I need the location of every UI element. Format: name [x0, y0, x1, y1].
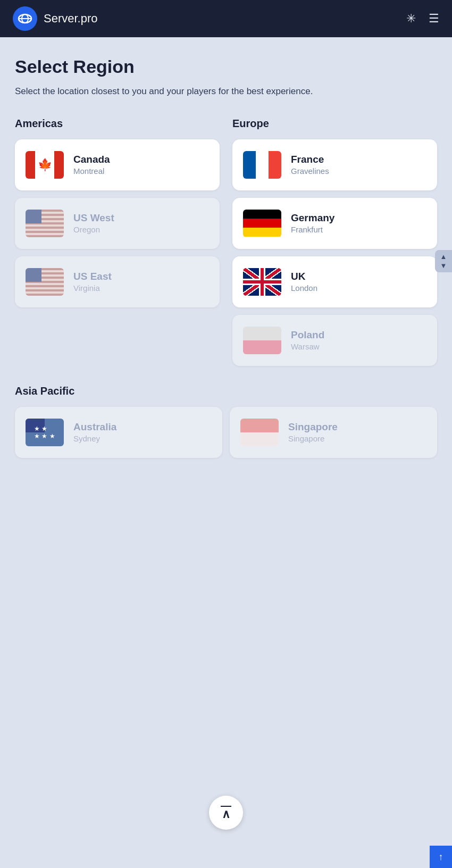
us-east-info: US East Virginia — [73, 271, 112, 293]
singapore-city: Singapore — [288, 434, 338, 443]
canada-city: Montreal — [73, 166, 110, 176]
region-card-poland[interactable]: Poland Warsaw — [232, 315, 437, 366]
germany-city: Frankfurt — [291, 225, 334, 234]
flag-singapore — [240, 419, 279, 446]
flag-france — [243, 151, 281, 179]
page-subtitle: Select the location closest to you and y… — [15, 85, 376, 98]
uk-info: UK London — [291, 271, 317, 293]
menu-icon[interactable]: ☰ — [429, 12, 439, 26]
europe-list: France Gravelines Germany — [232, 139, 437, 366]
us-west-name: US West — [73, 212, 114, 224]
nav-icons: ✳ ☰ — [406, 12, 439, 26]
flag-canada: 🍁 — [26, 151, 64, 179]
page-title: Select Region — [15, 56, 437, 77]
france-name: France — [291, 154, 329, 165]
france-city: Gravelines — [291, 166, 329, 176]
logo-area[interactable]: Server.pro — [13, 6, 98, 31]
asia-pacific-list: ★ ★★ ★ ★ Australia Sydney Singapore — [15, 407, 437, 458]
poland-name: Poland — [291, 329, 324, 341]
region-card-uk[interactable]: UK London — [232, 256, 437, 307]
scrollbar-widget[interactable]: ▲ ▼ — [435, 250, 452, 272]
us-west-info: US West Oregon — [73, 212, 114, 234]
logo-text: Server.pro — [44, 12, 98, 26]
australia-city: Sydney — [73, 434, 116, 443]
uk-city: London — [291, 283, 317, 293]
logo-icon — [13, 6, 37, 31]
aus-stars: ★ ★★ ★ ★ — [26, 419, 64, 446]
top-nav: Server.pro ✳ ☰ — [0, 0, 452, 37]
region-card-germany[interactable]: Germany Frankfurt — [232, 198, 437, 249]
region-card-us-east[interactable]: US East Virginia — [15, 256, 220, 307]
us-west-city: Oregon — [73, 225, 114, 234]
region-card-us-west[interactable]: US West Oregon — [15, 198, 220, 249]
theme-icon[interactable]: ✳ — [406, 12, 416, 26]
asia-pacific-section: Asia Pacific ★ ★★ ★ ★ Australia Sydney — [15, 385, 437, 458]
scroll-down-arrow[interactable]: ▼ — [440, 262, 447, 269]
poland-city: Warsaw — [291, 342, 324, 351]
flag-australia: ★ ★★ ★ ★ — [26, 419, 64, 446]
europe-title: Europe — [232, 118, 437, 130]
germany-name: Germany — [291, 212, 334, 224]
poland-info: Poland Warsaw — [291, 329, 324, 351]
americas-list: 🍁 Canada Montreal — [15, 139, 220, 307]
back-to-top-button[interactable]: ∧ — [209, 796, 243, 830]
americas-title: Americas — [15, 118, 220, 130]
singapore-name: Singapore — [288, 421, 338, 433]
flag-germany — [243, 210, 281, 237]
back-to-top-icon: ∧ — [221, 806, 231, 820]
two-col-layout: Americas 🍁 Canada Montreal — [15, 118, 437, 366]
flag-us-west — [26, 210, 64, 237]
americas-section: Americas 🍁 Canada Montreal — [15, 118, 220, 366]
us-east-name: US East — [73, 271, 112, 282]
asia-pacific-title: Asia Pacific — [15, 385, 437, 397]
region-card-canada[interactable]: 🍁 Canada Montreal — [15, 139, 220, 190]
region-card-france[interactable]: France Gravelines — [232, 139, 437, 190]
australia-name: Australia — [73, 421, 116, 433]
flag-us-east — [26, 268, 64, 296]
corner-arrow-icon: ↑ — [439, 852, 443, 863]
bottom-corner-icon[interactable]: ↑ — [430, 846, 452, 868]
australia-info: Australia Sydney — [73, 421, 116, 443]
europe-section: Europe France Gravelines — [232, 118, 437, 366]
flag-uk — [243, 268, 281, 296]
singapore-info: Singapore Singapore — [288, 421, 338, 443]
canada-name: Canada — [73, 154, 110, 165]
canada-info: Canada Montreal — [73, 154, 110, 176]
main-content: Select Region Select the location closes… — [0, 37, 452, 868]
flag-poland — [243, 327, 281, 354]
us-east-city: Virginia — [73, 283, 112, 293]
uk-name: UK — [291, 271, 317, 282]
scroll-up-arrow[interactable]: ▲ — [440, 253, 447, 260]
region-card-australia[interactable]: ★ ★★ ★ ★ Australia Sydney — [15, 407, 222, 458]
region-card-singapore[interactable]: Singapore Singapore — [230, 407, 437, 458]
france-info: France Gravelines — [291, 154, 329, 176]
germany-info: Germany Frankfurt — [291, 212, 334, 234]
